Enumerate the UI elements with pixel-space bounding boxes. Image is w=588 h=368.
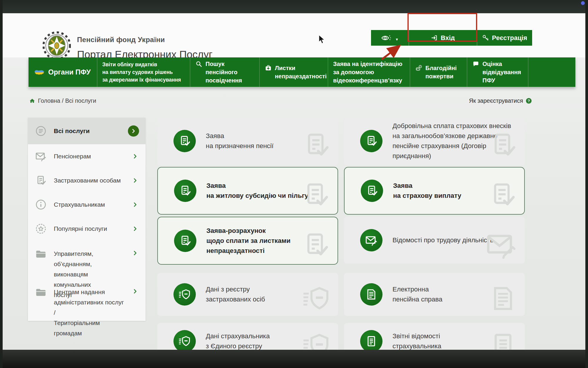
- folder-icon: [35, 287, 47, 299]
- list-circle-icon: [35, 125, 47, 137]
- sidebar-item-pensioneram[interactable]: Пенсіонерам: [28, 144, 146, 168]
- highlight-rectangle: [407, 13, 477, 42]
- doc-check-icon: [173, 130, 196, 152]
- nav-label: Оцінка відвідування ПФУ: [482, 60, 523, 84]
- sidebar-item-strakhuvalnykam[interactable]: Страхувальникам: [28, 193, 146, 217]
- how-to-register-label: Як зареєструватися: [469, 97, 523, 104]
- sidebar-item-label: Застрахованим особам: [54, 177, 121, 184]
- chevron-right-icon: [132, 250, 138, 256]
- doc-check-icon: [35, 175, 47, 186]
- service-card-title: Заява на житлову субсидію чи пільгу: [206, 181, 308, 201]
- service-card-title: Дані страхувальника з Єдиного реєстру: [206, 331, 270, 351]
- envelope-pencil-icon: [360, 229, 382, 251]
- shield-icon: [173, 283, 196, 306]
- nav-item-organy-pfu[interactable]: Органи ПФУ: [29, 57, 97, 87]
- doc-check-watermark-icon: [488, 180, 517, 210]
- service-card-title: Звітні відомості страхувальника: [392, 331, 441, 351]
- chevron-right-icon: [132, 289, 138, 294]
- nav-item-zaiava-identyfikatsiia[interactable]: Заява на ідентифікацію за допомогою віде…: [328, 57, 410, 87]
- folder-icon: [35, 248, 47, 260]
- envelope-pencil-icon: [35, 150, 47, 162]
- register-button[interactable]: Реєстрація: [477, 30, 532, 46]
- doc-check-icon: [174, 230, 196, 252]
- service-card-title: Заява на призначення пенсії: [206, 131, 273, 151]
- nav-item-otsinka-vidviduvannia[interactable]: Оцінка відвідування ПФУ: [467, 57, 528, 87]
- shield-watermark-icon: [302, 284, 331, 313]
- sidebar-item-tsentram-nadannia[interactable]: Центрам надання адміністративних послуг …: [28, 279, 146, 319]
- sidebar-item-label: Центрам надання адміністративних послуг …: [54, 287, 127, 338]
- sidebar-item-upraviteliam[interactable]: Управителям, об’єднанням, виконавцям ком…: [28, 241, 146, 279]
- highlight-arrow: [374, 41, 409, 62]
- service-card-title: Відомості про трудову діяльність: [392, 235, 493, 245]
- envelope-watermark-icon: [485, 228, 518, 261]
- search-icon: [195, 60, 203, 68]
- service-card-zaiava-strakhova-vyplata[interactable]: Заява на страхову виплату: [344, 167, 525, 215]
- nav-item-zvity-obliku[interactable]: Звіти обліку видатків на виплату судових…: [97, 57, 190, 87]
- chevron-right-icon: [132, 178, 138, 183]
- key-icon: [482, 34, 489, 41]
- nav-spacer: [528, 57, 575, 87]
- sidebar-item-populiarni-posluhy[interactable]: Популярні послуги: [28, 217, 146, 241]
- nav-label: Пошук пенсійного посвідчення: [206, 60, 254, 84]
- nav-item-blahodiini-pozhertvy[interactable]: Благодійні пожертви: [410, 57, 467, 87]
- ukraine-map-icon: [34, 68, 45, 76]
- service-card-title: Заява-розрахунок щодо сплати за листками…: [206, 226, 290, 256]
- register-label: Реєстрація: [492, 34, 527, 42]
- sidebar-item-label: Всі послуги: [54, 127, 90, 135]
- doc-check-watermark-icon: [488, 130, 518, 160]
- org-name: Пенсійний фонд України: [77, 36, 165, 44]
- shield-icon: [173, 330, 196, 352]
- video-letterbox-left: [0, 0, 3, 368]
- coins-icon: [415, 64, 422, 72]
- home-icon: [29, 98, 35, 104]
- service-card-vidomosti-trudova[interactable]: Відомості про трудову діяльність: [344, 217, 525, 263]
- video-letterbox-top: [0, 0, 588, 13]
- doc-check-watermark-icon: [301, 230, 330, 260]
- sidebar-item-zastrakhovanym-osobam[interactable]: Застрахованим особам: [28, 168, 146, 193]
- nav-label: Благодійні пожертви: [425, 64, 457, 80]
- service-card-title: Заява на страхову виплату: [393, 181, 461, 201]
- chevron-right-icon: [132, 154, 138, 159]
- breadcrumb[interactable]: Головна / Всі послуги: [29, 97, 96, 104]
- page: Пенсійний фонд України Портал Електронни…: [0, 0, 588, 368]
- comment-icon: [472, 60, 480, 68]
- breadcrumb-path: Головна / Всі послуги: [38, 97, 96, 104]
- nav-item-poshuk-posvidchennia[interactable]: Пошук пенсійного посвідчення: [190, 57, 260, 87]
- doc-check-watermark-icon: [302, 130, 331, 160]
- nav-label: Листки непрацездатності: [275, 64, 327, 80]
- report-icon: [360, 330, 382, 352]
- player-blue-dot: [581, 1, 585, 5]
- sidebar-item-label: Пенсіонерам: [54, 153, 91, 160]
- file-icon: [360, 283, 382, 306]
- service-card-zaiava-rozrakhunok[interactable]: Заява-розрахунок щодо сплати за листками…: [157, 217, 338, 265]
- service-card-title: Дані з реєстру застрахованих осіб: [206, 284, 265, 304]
- doc-check-icon: [360, 130, 382, 152]
- medkit-icon: [265, 64, 272, 72]
- info-circle-icon: [35, 199, 47, 210]
- go-circle-icon: [128, 125, 139, 137]
- file-watermark-icon: [488, 284, 518, 313]
- service-card-zaiava-subsydiia[interactable]: Заява на житлову субсидію чи пільгу: [157, 167, 338, 215]
- service-card-elektronna-sprava[interactable]: Електронна пенсійна справа: [344, 273, 525, 316]
- doc-check-icon: [174, 180, 196, 202]
- nav-label: Звіти обліку видатків на виплату судових…: [102, 61, 181, 84]
- services-sidebar: Всі послуги Пенсіонерам Застрахованим ос…: [28, 118, 146, 321]
- sidebar-item-vsi-posluhy[interactable]: Всі послуги: [28, 118, 146, 144]
- chevron-right-icon: [132, 202, 138, 208]
- service-card-dani-reiestru[interactable]: Дані з реєстру застрахованих осіб: [157, 273, 338, 316]
- sidebar-item-label: Популярні послуги: [54, 225, 107, 232]
- service-card-dobrovilna-splata[interactable]: Добровільна сплата страхових внесків на …: [344, 116, 525, 165]
- site-header: Пенсійний фонд України Портал Електронни…: [0, 13, 588, 57]
- nav-label: Органи ПФУ: [48, 68, 91, 76]
- question-icon: [525, 97, 532, 104]
- service-card-zaiava-pensiia[interactable]: Заява на призначення пенсії: [157, 116, 338, 165]
- service-card-title: Електронна пенсійна справа: [392, 284, 442, 304]
- star-badge-icon: [35, 223, 47, 235]
- mouse-cursor: [318, 35, 325, 44]
- how-to-register-link[interactable]: Як зареєструватися: [469, 97, 532, 104]
- video-letterbox-right: [585, 0, 588, 368]
- sidebar-item-label: Страхувальникам: [54, 201, 105, 208]
- nav-item-lystky-nepratsezdatnosti[interactable]: Листки непрацездатності: [260, 57, 328, 87]
- doc-check-icon: [361, 180, 383, 202]
- doc-check-watermark-icon: [301, 180, 330, 210]
